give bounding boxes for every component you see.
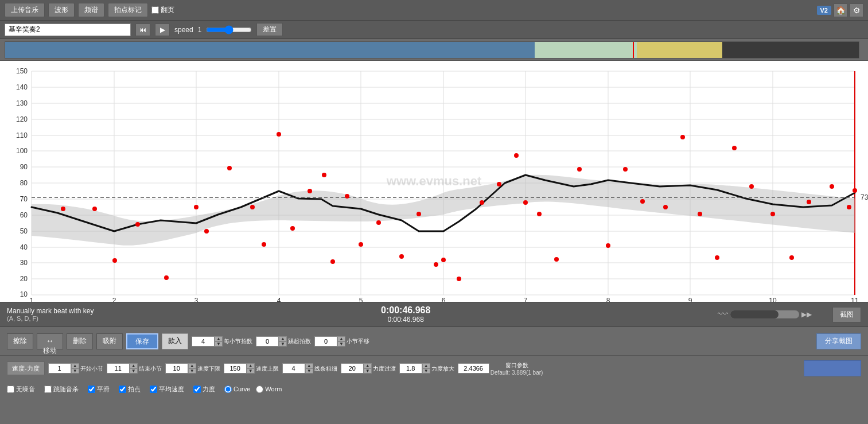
upload-music-button[interactable]: 上传音乐 [5,3,45,17]
end-measure-input[interactable] [107,363,130,374]
home-icon-button[interactable]: 🏠 [834,3,847,17]
svg-point-99 [853,188,857,193]
screenshot-button[interactable]: 截图 [832,307,861,322]
beats-per-measure-label: 每小节拍数 [224,337,252,345]
svg-rect-0 [0,61,868,302]
svg-point-83 [554,257,559,262]
waveform-button[interactable]: 波形 [48,3,75,17]
controls-row-1: 擦除 ↔ 移动 删除 吸附 保存 款入 ▲ ▼ 每小节拍数 ▲ ▼ 踢起拍数 [0,327,868,356]
beats-offset-down[interactable]: ▼ [337,341,345,347]
force-smooth-down[interactable]: ▼ [364,368,372,374]
svg-text:8: 8 [606,297,610,302]
svg-point-78 [480,200,484,205]
end-measure-down[interactable]: ▼ [130,368,138,374]
force-max-input[interactable] [399,363,422,374]
load-button[interactable]: 款入 [162,333,188,349]
svg-point-56 [112,258,117,263]
spectrum-button[interactable]: 频谱 [78,3,104,17]
waveform-container[interactable] [5,41,859,59]
play-button[interactable]: ▶ [155,24,170,36]
noise-filter-checkbox[interactable] [7,386,14,393]
svg-point-98 [847,205,851,209]
volume-slider[interactable] [730,310,799,318]
svg-point-89 [680,135,685,139]
beats-per-measure-down[interactable]: ▼ [215,341,223,347]
svg-text:4: 4 [277,297,281,302]
snap-beats-down[interactable]: ▼ [279,341,287,347]
force-max-group: ▲ ▼ 力度放大 [399,363,454,374]
svg-text:9: 9 [688,297,692,302]
force-max-down[interactable]: ▼ [422,368,430,374]
erase-button[interactable]: 擦除 [7,333,33,349]
set-button[interactable]: 差置 [256,23,283,36]
chart-area[interactable]: www.evmus.net 150 140 130 120 110 100 90… [0,61,868,302]
flip-checkbox-label: 翻页 [151,5,174,15]
speed-force-button[interactable]: 速度-力度 [7,361,45,375]
force-smooth-input[interactable] [341,363,364,374]
avg-speed-checkbox[interactable] [150,386,157,393]
speed-min-up[interactable]: ▲ [188,363,196,368]
top-toolbar: 上传音乐 波形 频谱 拍点标记 翻页 V2 🏠 ⚙ [0,0,868,21]
start-measure-input[interactable] [48,363,71,374]
speed-slider[interactable] [206,25,252,34]
beats-offset-input[interactable] [314,336,337,347]
save-button[interactable]: 保存 [126,333,158,349]
skip-rest-checkbox[interactable] [44,386,52,393]
speed-value: 1 [198,26,202,34]
svg-point-63 [250,205,255,209]
rewind-button[interactable]: ⏮ [135,24,150,36]
flip-checkbox[interactable] [151,6,159,14]
snap-beats-input[interactable] [256,336,279,347]
worm-radio[interactable] [256,386,263,393]
end-measure-up[interactable]: ▲ [130,363,138,368]
time-primary: 0:00:46.968 [103,305,709,316]
waveform-yellow-section [637,42,722,58]
svg-point-76 [441,258,446,262]
attract-button[interactable]: 吸附 [96,333,123,349]
line-width-up[interactable]: ▲ [305,363,313,368]
waveform-strip [0,39,868,61]
beat-mark-button[interactable]: 拍点标记 [108,3,148,17]
svg-text:40: 40 [20,243,28,251]
speed-min-input[interactable] [165,363,188,374]
svg-point-62 [227,166,232,170]
svg-point-88 [663,205,668,209]
line-width-input[interactable] [282,363,305,374]
curve-radio-label: Curve [224,386,250,393]
force-checkbox[interactable] [193,386,201,393]
svg-text:2: 2 [112,297,116,302]
speed-max-input[interactable] [224,363,247,374]
main-chart-svg[interactable]: 150 140 130 120 110 100 90 80 70 60 50 4… [0,61,868,302]
curve-radio[interactable] [224,386,232,393]
beats-offset-up[interactable]: ▲ [337,336,345,341]
move-button[interactable]: ↔ 移动 [37,333,63,349]
start-measure-down[interactable]: ▼ [71,368,79,374]
speed-max-down[interactable]: ▼ [247,368,255,374]
smooth-checkbox[interactable] [88,386,95,393]
line-width-down[interactable]: ▼ [305,368,313,374]
start-measure-up[interactable]: ▲ [71,363,79,368]
controls-row-2: 速度-力度 ▲ ▼ 开始小节 ▲ ▼ 结束小节 ▲ ▼ 速 [0,356,868,381]
speed-label: speed [174,26,193,34]
svg-point-57 [135,222,140,227]
speed-max-up[interactable]: ▲ [247,363,255,368]
beat-point-checkbox[interactable] [119,386,126,393]
snap-beats-up[interactable]: ▲ [279,336,287,341]
delete-button[interactable]: 删除 [67,333,93,349]
svg-point-79 [497,182,501,186]
svg-text:90: 90 [20,163,28,171]
share-screenshot-button[interactable]: 分享截图 [816,333,861,349]
force-max-up[interactable]: ▲ [422,363,430,368]
speed-min-down[interactable]: ▼ [188,368,196,374]
song-name-input[interactable] [5,24,131,36]
svg-text:5: 5 [359,297,363,302]
noise-filter-label: 无噪音 [16,385,35,394]
beats-per-measure-up[interactable]: ▲ [215,336,223,341]
svg-text:140: 140 [16,83,28,91]
svg-point-66 [290,226,295,231]
force-smooth-up[interactable]: ▲ [364,363,372,368]
settings-icon-button[interactable]: ⚙ [850,3,863,17]
beats-per-measure-input[interactable] [192,336,215,347]
svg-text:70: 70 [20,195,28,203]
window-param-input[interactable] [458,363,489,374]
